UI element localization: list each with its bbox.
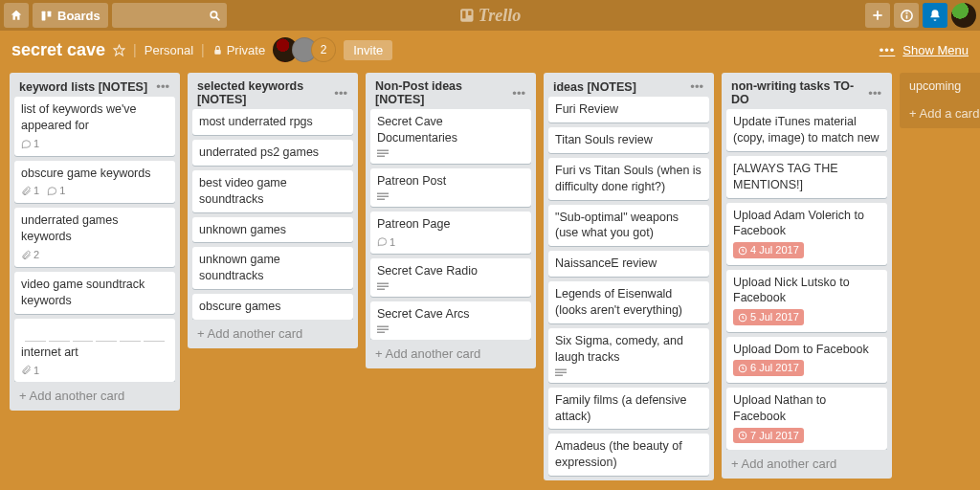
visibility-button[interactable]: Private bbox=[212, 43, 265, 57]
svg-rect-1 bbox=[48, 11, 52, 16]
card[interactable]: Patreon Page1 bbox=[370, 212, 531, 255]
list-title[interactable]: ideas [NOTES] bbox=[553, 80, 686, 94]
list: Non-Post ideas [NOTES]•••Secret Cave Doc… bbox=[366, 73, 536, 368]
card[interactable]: most underrated rpgs bbox=[192, 109, 353, 135]
card-title: Patreon Page bbox=[377, 216, 524, 233]
card[interactable]: obscure game keywords11 bbox=[14, 161, 175, 204]
card-title: Secret Cave Documentaries bbox=[377, 114, 524, 146]
card[interactable]: Secret Cave Radio bbox=[370, 258, 531, 297]
card[interactable]: [ALWAYS TAG THE MENTIONS!] bbox=[726, 156, 887, 198]
card[interactable]: list of keywords we've appeared for1 bbox=[14, 97, 175, 156]
svg-rect-20 bbox=[377, 283, 389, 285]
card[interactable]: Furi vs Titan Souls (when is difficulty … bbox=[548, 158, 709, 200]
svg-rect-21 bbox=[377, 286, 389, 288]
card-title: Titan Souls review bbox=[555, 132, 702, 148]
description-icon bbox=[377, 149, 389, 159]
card-title: underrated games keywords bbox=[21, 212, 168, 245]
card-title: Update iTunes material (copy, image) to … bbox=[733, 114, 880, 146]
add-card-button[interactable]: + Add another card bbox=[10, 382, 180, 411]
card[interactable]: Patreon Post bbox=[370, 168, 531, 207]
add-card-button[interactable]: + Add a card bbox=[900, 100, 980, 128]
card[interactable]: Secret Cave Arcs bbox=[370, 301, 531, 340]
card[interactable]: best video game soundtracks bbox=[192, 170, 353, 212]
boards-label: Boards bbox=[57, 9, 100, 23]
card[interactable]: obscure games bbox=[192, 294, 353, 320]
list-menu-button[interactable]: ••• bbox=[864, 86, 885, 100]
card[interactable]: Secret Cave Documentaries bbox=[370, 109, 531, 164]
card-title: most underrated rpgs bbox=[199, 114, 346, 130]
list-menu-button[interactable]: ••• bbox=[686, 79, 707, 94]
bell-icon bbox=[928, 9, 942, 22]
card[interactable]: Family films (a defensive attack) bbox=[548, 388, 709, 430]
member-extra-count[interactable]: 2 bbox=[311, 37, 336, 62]
list-title[interactable]: keyword lists [NOTES] bbox=[19, 80, 152, 94]
boards-button[interactable]: Boards bbox=[33, 3, 108, 28]
card[interactable]: NaissanceE review bbox=[548, 251, 709, 277]
home-button[interactable] bbox=[4, 3, 29, 28]
list-title[interactable]: selected keywords [NOTES] bbox=[197, 79, 330, 106]
svg-point-11 bbox=[906, 12, 907, 13]
card-title: underrated ps2 games bbox=[199, 145, 346, 161]
card[interactable]: video game soundtrack keywords bbox=[14, 272, 175, 314]
info-button[interactable] bbox=[894, 3, 919, 28]
list: upcoming+ Add a card bbox=[900, 73, 980, 128]
card[interactable]: underrated games keywords2 bbox=[14, 208, 175, 267]
add-button[interactable] bbox=[865, 3, 890, 28]
due-date-badge: 5 Jul 2017 bbox=[733, 309, 804, 325]
description-icon bbox=[377, 325, 389, 335]
invite-button[interactable]: Invite bbox=[344, 40, 392, 60]
boards-icon bbox=[40, 10, 53, 22]
card[interactable]: Titan Souls review bbox=[548, 127, 709, 153]
team-label[interactable]: Personal bbox=[145, 43, 193, 57]
search-input[interactable] bbox=[112, 3, 227, 28]
card[interactable]: Six Sigma, comedy, and laugh tracks bbox=[548, 328, 709, 383]
card-title: NaissanceE review bbox=[555, 256, 702, 272]
add-card-button[interactable]: + Add another card bbox=[722, 450, 892, 479]
star-button[interactable] bbox=[113, 44, 125, 56]
comments-badge: 1 bbox=[377, 235, 395, 250]
comments-badge: 1 bbox=[47, 184, 65, 198]
card-title: obscure games bbox=[199, 299, 346, 315]
card[interactable]: Upload Nick Lutsko to Facebook5 Jul 2017 bbox=[726, 270, 887, 332]
card[interactable]: unknown game soundtracks bbox=[192, 247, 353, 289]
list: ideas [NOTES]•••Furi ReviewTitan Souls r… bbox=[544, 73, 714, 480]
members-list: 2 bbox=[273, 37, 336, 62]
add-card-button[interactable]: + Add another card bbox=[188, 320, 358, 348]
list-title[interactable]: upcoming bbox=[909, 79, 980, 93]
add-card-button[interactable]: + Add another card bbox=[366, 340, 536, 368]
card[interactable]: Furi Review bbox=[548, 97, 709, 122]
list-menu-button[interactable]: ••• bbox=[152, 79, 173, 94]
due-date-badge: 4 Jul 2017 bbox=[733, 242, 804, 258]
attachments-badge: 2 bbox=[21, 248, 39, 262]
card[interactable]: "Sub-optimal" weapons (use what you got) bbox=[548, 205, 709, 247]
show-menu-button[interactable]: •••Show Menu bbox=[880, 43, 969, 57]
notifications-button[interactable] bbox=[923, 3, 947, 28]
card[interactable]: Upload Adam Volerich to Facebook4 Jul 20… bbox=[726, 203, 887, 265]
card[interactable]: Legends of Eisenwald (looks aren't every… bbox=[548, 281, 709, 323]
card-title: Amadeus (the beauty of expression) bbox=[555, 438, 702, 471]
user-avatar[interactable] bbox=[951, 3, 976, 28]
brand-logo[interactable]: Trello bbox=[459, 6, 521, 26]
card[interactable]: Upload Dom to Facebook6 Jul 2017 bbox=[726, 337, 887, 383]
card[interactable]: Amadeus (the beauty of expression) bbox=[548, 434, 709, 476]
card-title: Legends of Eisenwald (looks aren't every… bbox=[555, 286, 702, 319]
card-title: Upload Adam Volerich to Facebook bbox=[733, 208, 880, 240]
svg-line-3 bbox=[216, 17, 219, 20]
card[interactable]: unknown games bbox=[192, 217, 353, 243]
svg-rect-17 bbox=[377, 192, 389, 194]
card[interactable]: Update iTunes material (copy, image) to … bbox=[726, 109, 887, 151]
list-menu-button[interactable]: ••• bbox=[330, 86, 351, 100]
list-menu-button[interactable]: ••• bbox=[508, 86, 529, 100]
card-title: internet art bbox=[21, 345, 168, 361]
star-icon bbox=[113, 44, 125, 56]
card-title: [ALWAYS TAG THE MENTIONS!] bbox=[733, 161, 880, 193]
list-title[interactable]: Non-Post ideas [NOTES] bbox=[375, 79, 508, 106]
card[interactable]: internet art1 bbox=[14, 319, 175, 383]
card[interactable]: underrated ps2 games bbox=[192, 140, 353, 166]
svg-rect-27 bbox=[555, 371, 567, 373]
svg-rect-16 bbox=[377, 155, 385, 157]
board-name[interactable]: secret cave bbox=[11, 40, 105, 60]
card[interactable]: Upload Nathan to Facebook7 Jul 2017 bbox=[726, 388, 887, 450]
list-title[interactable]: non-writing tasks TO-DO bbox=[731, 79, 864, 106]
card-title: Furi Review bbox=[555, 101, 702, 118]
